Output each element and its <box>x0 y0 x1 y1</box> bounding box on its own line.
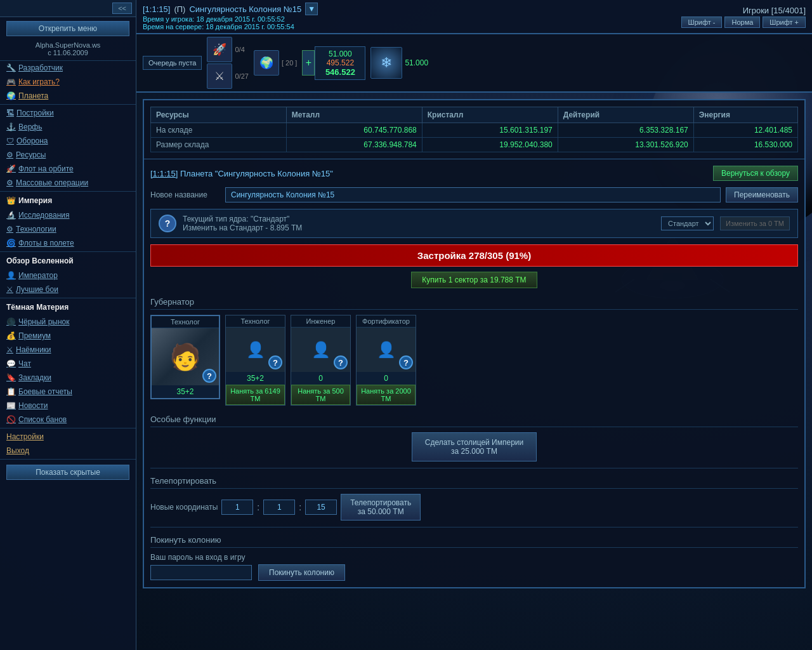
topbar: [1:1:15] (П) Сингулярность Колония №15 ▼… <box>136 0 812 34</box>
governor-card-3: Фортификатор 👤 ? 0 Нанять за 2000 ТМ <box>356 315 416 406</box>
font-minus-button[interactable]: Шрифт - <box>681 17 723 28</box>
col-crystal: Кристалл <box>422 107 558 123</box>
sidebar-item-fleet-orbit[interactable]: 🚀Флот на орбите <box>0 162 136 176</box>
deuterium-section: ❄ 51.000 <box>370 47 428 79</box>
metal-count: 51.000 <box>329 50 352 58</box>
sidebar-menu-button[interactable]: Открепить меню <box>6 21 129 36</box>
crystal-count: 495.522 <box>327 58 354 67</box>
coord-sep-2: : <box>299 502 301 512</box>
font-controls: Шрифт - Норма Шрифт + <box>681 17 806 28</box>
sidebar-item-news[interactable]: 📰Новости <box>0 399 136 413</box>
sidebar-item-research[interactable]: 🔬Исследования <box>0 208 136 222</box>
gov-hire-button-3[interactable]: Нанять за 2000 ТМ <box>357 385 416 405</box>
content-panel: Ресурсы Металл Кристалл Дейтерий Энергия… <box>143 99 806 588</box>
gov-role-main: Технолог <box>152 316 219 328</box>
buy-sector-button[interactable]: Купить 1 сектор за 19.788 ТМ <box>411 272 537 288</box>
sidebar-item-battle-reports[interactable]: 📋Боевые отчеты <box>0 385 136 399</box>
leave-title: Покинуть колонию <box>150 533 798 548</box>
gov-hire-button-1[interactable]: Нанять за 6149 ТМ <box>226 385 285 405</box>
storage-metal: 60.745.770.868 <box>286 123 422 138</box>
sidebar-item-fleet-flight[interactable]: 🌀Флоты в полете <box>0 236 136 250</box>
main-content: [1:1:15] (П) Сингулярность Колония №15 ▼… <box>136 0 812 650</box>
sidebar-item-tech[interactable]: ⚙Технологии <box>0 222 136 236</box>
teleport-coords: Новые координаты : : Телепортировать за … <box>150 494 798 521</box>
leave-colony-button[interactable]: Покинуть колонию <box>258 564 345 581</box>
governor-card-2: Инженер 👤 ? 0 Нанять за 500 ТМ <box>291 315 351 406</box>
sidebar-item-ban-list[interactable]: 🚫Список банов <box>0 413 136 427</box>
topbar-right: Игроки [15/4001] Шрифт - Норма Шрифт + <box>681 6 806 28</box>
sidebar-item-emperor[interactable]: 👤Император <box>0 269 136 282</box>
sidebar-item-how-to-play[interactable]: 🎮Как играть? <box>0 75 136 89</box>
capacity-crystal: 19.952.040.380 <box>422 138 558 152</box>
fleet-icons: 🚀 0/4 ⚔ 0/27 <box>207 37 248 89</box>
table-row: Размер склада 67.336.948.784 19.952.040.… <box>151 138 798 152</box>
core-change-button[interactable]: Изменить за 0 ТМ <box>720 216 790 230</box>
construction-bar: Застройка 278/305 (91%) <box>150 244 798 267</box>
slots-section: 🌍 [ 20 ] <box>254 50 297 76</box>
show-hidden-button[interactable]: Показать скрытые <box>6 465 129 480</box>
gov-question-3[interactable]: ? <box>399 355 413 369</box>
sidebar-item-settings[interactable]: Настройки <box>0 430 136 444</box>
sidebar-item-defense[interactable]: 🛡Оборона <box>0 134 136 148</box>
rename-input[interactable] <box>225 187 721 202</box>
special-title: Особые функции <box>150 412 798 427</box>
sidebar-collapse-button[interactable]: << <box>112 3 132 14</box>
capacity-metal: 67.336.948.784 <box>286 138 422 152</box>
sidebar-item-dark-matter[interactable]: Тёмная Материя <box>0 300 136 315</box>
sidebar-item-black-market[interactable]: 🌑Чёрный рынок <box>0 315 136 329</box>
teleport-button[interactable]: Телепортировать за 50.000 ТМ <box>341 494 421 521</box>
fleet2-icon[interactable]: ⚔ <box>207 63 232 89</box>
gov-hire-button-2[interactable]: Нанять за 500 ТМ <box>291 385 350 405</box>
gov-question-2[interactable]: ? <box>334 355 348 369</box>
coord-input-1[interactable] <box>221 500 253 515</box>
rename-button[interactable]: Переименовать <box>726 187 798 202</box>
gov-question-main[interactable]: ? <box>202 369 216 383</box>
sidebar-item-best-battles[interactable]: ⚔Лучшие бои <box>0 282 136 296</box>
sidebar-item-resources[interactable]: ⚙Ресурсы <box>0 148 136 162</box>
sidebar-item-shipyard[interactable]: ⚓Верфь <box>0 120 136 134</box>
resources-table: Ресурсы Металл Кристалл Дейтерий Энергия… <box>150 107 798 152</box>
col-resources: Ресурсы <box>151 107 287 123</box>
teleport-title: Телепортировать <box>150 474 798 489</box>
add-resources-button[interactable]: + <box>302 50 315 76</box>
planet-dropdown-arrow[interactable]: ▼ <box>305 3 318 15</box>
sidebar-item-planet[interactable]: 🌍Планета <box>0 89 136 103</box>
sidebar-item-universe[interactable]: Обзор Вселенной <box>0 253 136 269</box>
font-plus-button[interactable]: Шрифт + <box>763 17 806 28</box>
sidebar-item-empire[interactable]: 👑Империя <box>0 193 136 208</box>
gov-portrait-main: 🧑 ? <box>152 328 219 385</box>
fleet1-icon[interactable]: 🚀 <box>207 37 232 62</box>
slots-icon: 🌍 <box>254 50 279 76</box>
coord-input-3[interactable] <box>305 500 337 515</box>
gov-question-1[interactable]: ? <box>268 355 282 369</box>
make-capital-button[interactable]: Сделать столицей Империи за 25.000 ТМ <box>412 432 537 461</box>
gov-level-3: 0 <box>357 372 416 385</box>
core-text: Текущий тип ядра: "Стандарт" Изменить на… <box>183 215 655 232</box>
password-input[interactable] <box>150 565 252 580</box>
snowflake-icon: ❄ <box>370 47 402 79</box>
sidebar-item-mercenaries[interactable]: ⚔Наёмники <box>0 343 136 357</box>
sidebar-item-chat[interactable]: 💬Чат <box>0 357 136 371</box>
gov-portrait-3: 👤 ? <box>357 328 416 372</box>
sidebar-item-logout[interactable]: Выход <box>0 444 136 458</box>
fleet1-count: 0/4 <box>235 46 244 53</box>
sidebar-item-premium[interactable]: 💰Премиум <box>0 329 136 343</box>
col-deuterium: Дейтерий <box>558 107 693 123</box>
resources-counts: + 51.000 495.522 546.522 <box>302 46 365 80</box>
capacity-label: Размер склада <box>151 138 287 152</box>
leave-row: Покинуть колонию <box>150 564 798 581</box>
sidebar-item-construction[interactable]: 🏗Постройки <box>0 106 136 120</box>
sidebar-item-bookmarks[interactable]: 🔖Закладки <box>0 371 136 385</box>
sidebar-item-developer[interactable]: 🔧Разработчик <box>0 61 136 75</box>
storage-deuterium: 6.353.328.167 <box>558 123 693 138</box>
core-info-icon: ? <box>159 215 176 232</box>
font-normal-button[interactable]: Норма <box>724 17 760 28</box>
core-type-select[interactable]: Стандарт <box>661 216 714 230</box>
planet-coords-link[interactable]: [1:1:15] <box>150 169 178 178</box>
password-label: Ваш пароль на вход в игру <box>150 553 798 562</box>
sidebar-item-mass-ops[interactable]: ⚙Массовые операции <box>0 176 136 190</box>
coord-input-2[interactable] <box>263 500 295 515</box>
back-to-overview-button[interactable]: Вернуться к обзору <box>713 166 798 181</box>
deuterium-count: 51.000 <box>405 58 428 67</box>
core-row: ? Текущий тип ядра: "Стандарт" Изменить … <box>150 209 798 238</box>
